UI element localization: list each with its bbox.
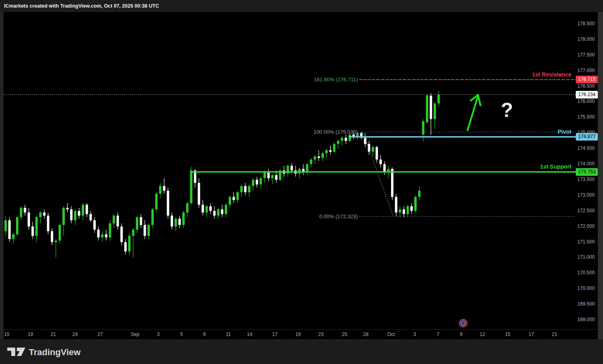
- right-scrollbar[interactable]: [598, 12, 603, 339]
- tradingview-logo[interactable]: TradingView: [6, 345, 111, 359]
- eu-flag-event-icon[interactable]: [460, 320, 467, 327]
- left-edge: [0, 12, 4, 339]
- bottom-toolbar: TradingView: [0, 339, 603, 364]
- tradingview-wordmark: TradingView: [29, 347, 81, 357]
- fib-trend-line[interactable]: [363, 132, 393, 217]
- candlestick-chart-canvas[interactable]: [0, 0, 603, 364]
- question-mark-annotation[interactable]: ?: [501, 100, 513, 120]
- chart-attribution-bar: ICmarkets created with TradingView.com, …: [0, 0, 603, 12]
- candles-group[interactable]: [4, 91, 440, 257]
- up-arrow-annotation[interactable]: [468, 95, 480, 130]
- attribution-text: ICmarkets created with TradingView.com, …: [4, 3, 159, 9]
